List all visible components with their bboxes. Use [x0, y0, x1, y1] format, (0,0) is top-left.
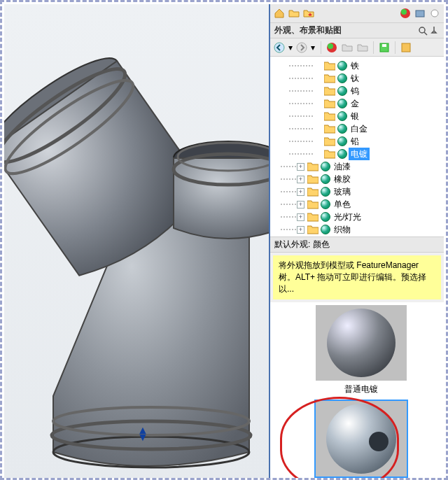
new-folder-icon[interactable]: [341, 41, 354, 54]
tree-node[interactable]: ⋯⋯⋯银: [272, 110, 442, 122]
tree-label: 钛: [349, 72, 361, 85]
folder-icon: [324, 61, 335, 71]
folder-icon: [324, 99, 335, 108]
globe-icon: [337, 73, 347, 83]
globe-icon: [337, 111, 347, 121]
tree-node[interactable]: ⋯⋯⋯钛: [272, 72, 442, 85]
folder-star-icon[interactable]: [302, 7, 315, 20]
svg-point-15: [274, 43, 284, 52]
tree-label: 橡胶: [332, 173, 353, 185]
globe-icon: [337, 136, 347, 146]
forward-dropdown-icon[interactable]: ▾: [309, 41, 316, 54]
tree-node[interactable]: ⋯⋯⋯铅: [272, 135, 442, 148]
globe-icon: [321, 162, 330, 171]
tree-node[interactable]: ⋯⋯⋯电镀: [272, 148, 442, 160]
appearance-panel: 外观、布景和贴图 ▾ ▾ ⋯⋯⋯铁⋯⋯⋯钛⋯⋯⋯钨⋯⋯⋯金⋯⋯⋯银⋯⋯⋯白金⋯⋯…: [269, 4, 444, 479]
svg-line-14: [424, 32, 427, 35]
home-icon[interactable]: [273, 7, 286, 20]
rebuild-icon[interactable]: [400, 41, 412, 54]
color-ball-icon[interactable]: [326, 41, 338, 54]
tree-node[interactable]: ⋯⋯+织物: [272, 223, 442, 236]
globe-icon: [337, 149, 347, 159]
svg-point-12: [431, 10, 438, 17]
tree-node[interactable]: ⋯⋯⋯铁: [272, 59, 442, 72]
svg-point-10: [401, 9, 407, 15]
back-dropdown-icon[interactable]: ▾: [287, 41, 294, 54]
svg-rect-20: [382, 44, 386, 47]
expand-icon[interactable]: +: [297, 176, 304, 183]
tree-label: 银: [349, 110, 361, 122]
swatch-list: 普通电镀 光亮电镀: [270, 302, 444, 479]
folder-icon: [324, 124, 335, 134]
appearance-sphere-icon[interactable]: [399, 7, 412, 20]
tree-label: 金: [349, 97, 361, 110]
svg-point-16: [297, 43, 307, 52]
search-icon[interactable]: [417, 25, 428, 36]
svg-point-18: [328, 43, 333, 49]
tree-node[interactable]: ⋯⋯+橡胶: [272, 173, 442, 185]
globe-icon: [321, 174, 330, 184]
tree-node[interactable]: ⋯⋯⋯金: [272, 97, 442, 110]
tree-label: 玻璃: [332, 185, 353, 198]
tree-node[interactable]: ⋯⋯+油漆: [272, 160, 442, 173]
model-viewport[interactable]: ▲▼: [4, 4, 270, 479]
folder-icon: [307, 212, 318, 222]
tree-label: 钨: [349, 85, 361, 97]
folder-icon: [307, 187, 318, 197]
folder-icon: [307, 225, 318, 234]
folder-icon: [324, 149, 335, 159]
svg-point-13: [419, 27, 425, 33]
expand-icon[interactable]: +: [297, 226, 304, 234]
save-icon[interactable]: [378, 41, 391, 54]
swatch-item[interactable]: 光亮电镀: [286, 401, 437, 479]
globe-icon: [337, 124, 347, 134]
globe-icon: [321, 212, 330, 222]
globe-icon: [321, 225, 330, 234]
svg-rect-21: [402, 43, 410, 52]
scene-icon[interactable]: [414, 7, 426, 20]
tree-node[interactable]: ⋯⋯+玻璃: [272, 185, 442, 198]
tree-label: 铅: [349, 135, 361, 148]
tree-label: 油漆: [332, 160, 353, 173]
globe-icon: [337, 61, 347, 71]
panel-toolbar: ▾ ▾: [270, 38, 444, 57]
expand-icon[interactable]: +: [297, 188, 304, 196]
tree-label: 电镀: [349, 148, 370, 160]
forward-icon[interactable]: [295, 41, 308, 54]
panel-title-bar: 外观、布景和贴图: [270, 23, 444, 38]
globe-icon: [321, 199, 330, 209]
tree-label: 织物: [332, 223, 353, 236]
tree-label: 铁: [349, 59, 361, 72]
back-icon[interactable]: [273, 41, 286, 54]
globe-icon: [337, 99, 347, 108]
expand-icon[interactable]: +: [297, 213, 304, 221]
tree-node[interactable]: ⋯⋯⋯钨: [272, 85, 442, 97]
panel-tab-bar: [270, 4, 444, 23]
manipulator-arrow[interactable]: ▲▼: [137, 427, 148, 441]
swatch-item[interactable]: 普通电镀: [286, 305, 437, 395]
light-icon[interactable]: [428, 7, 441, 20]
folder-open-icon[interactable]: [288, 7, 300, 20]
open-folder-icon[interactable]: [356, 41, 369, 54]
panel-title: 外观、布景和贴图: [274, 24, 342, 36]
drag-tip: 将外观拖放到模型或 FeatureManager 树。ALT+ 拖动可立即进行编…: [273, 255, 441, 299]
expand-icon[interactable]: +: [297, 201, 304, 209]
expand-icon[interactable]: +: [297, 163, 304, 171]
tree-label: 光/灯光: [332, 211, 363, 223]
tree-node[interactable]: ⋯⋯⋯白金: [272, 122, 442, 135]
folder-icon: [324, 73, 335, 83]
tree-node[interactable]: ⋯⋯+单色: [272, 198, 442, 211]
appearance-tree[interactable]: ⋯⋯⋯铁⋯⋯⋯钛⋯⋯⋯钨⋯⋯⋯金⋯⋯⋯银⋯⋯⋯白金⋯⋯⋯铅⋯⋯⋯电镀⋯⋯+油漆⋯…: [270, 57, 444, 237]
folder-icon: [307, 174, 318, 184]
folder-icon: [324, 86, 335, 96]
tree-label: 单色: [332, 198, 353, 211]
globe-icon: [337, 86, 347, 96]
svg-rect-11: [416, 10, 424, 17]
tree-node[interactable]: ⋯⋯+光/灯光: [272, 211, 442, 223]
folder-icon: [324, 111, 335, 121]
default-appearance-header: 默认外观: 颜色: [270, 237, 444, 253]
globe-icon: [321, 187, 330, 197]
pin-icon[interactable]: [428, 25, 440, 36]
folder-icon: [307, 162, 318, 171]
folder-icon: [324, 136, 335, 146]
